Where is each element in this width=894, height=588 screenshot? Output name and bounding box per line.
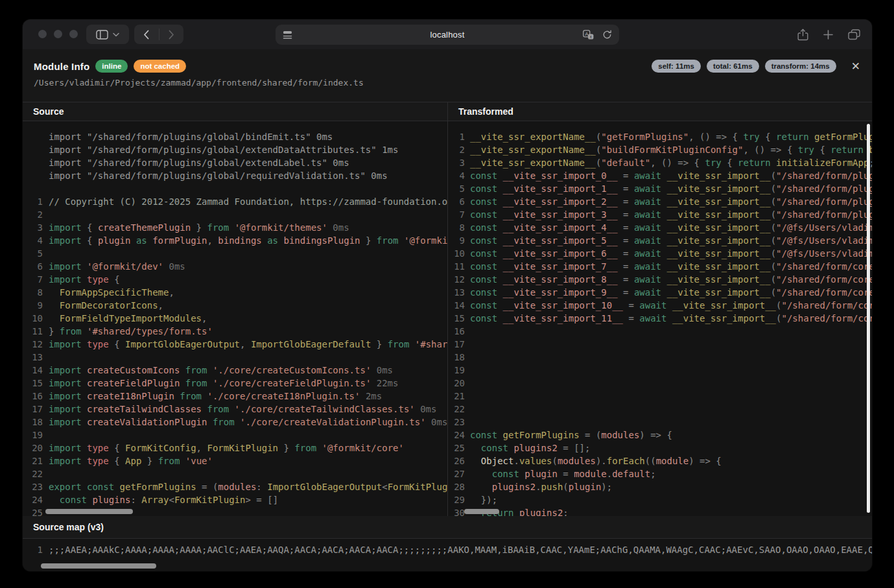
source-panel: Source import "/shared/form/plugins/glob…: [23, 102, 448, 516]
reload-icon[interactable]: [602, 30, 612, 40]
chevron-down-icon: [113, 32, 119, 37]
titlebar-right-buttons: [797, 25, 860, 44]
sidebar-toggle-button[interactable]: [86, 25, 129, 44]
traffic-light-close[interactable]: [38, 30, 47, 38]
page-format-icon[interactable]: [283, 30, 292, 39]
share-button[interactable]: [797, 29, 808, 41]
transformed-horizontal-scrollbar[interactable]: [464, 509, 499, 514]
desktop-background: localhost Ax: [0, 0, 894, 588]
forward-button[interactable]: [159, 25, 184, 44]
source-panel-title: Source: [23, 102, 447, 121]
browser-titlebar: localhost Ax: [23, 19, 872, 49]
badge-not-cached: not cached: [134, 60, 186, 73]
svg-text:x: x: [590, 34, 593, 39]
new-tab-button[interactable]: [823, 30, 833, 40]
timing-self: self: 11ms: [652, 60, 701, 73]
code-panels: Source import "/shared/form/plugins/glob…: [23, 102, 872, 517]
timing-total: total: 61ms: [707, 60, 759, 73]
browser-window: localhost Ax: [23, 19, 872, 571]
page-title: Module Info: [34, 61, 89, 72]
address-bar[interactable]: localhost Ax: [276, 25, 619, 45]
traffic-light-minimize[interactable]: [54, 30, 62, 38]
module-file-path: /Users/vladimir/Projects/zammad/app/fron…: [23, 73, 872, 88]
transformed-code: 1__vite_ssr_exportName__("getFormPlugins…: [448, 121, 872, 516]
back-button[interactable]: [134, 25, 159, 44]
sourcemap-section: Source map (v3) 1;;;AAEA;AAAkC;AAAA;AAAA…: [23, 516, 872, 571]
tab-overview-button[interactable]: [848, 29, 860, 40]
timing-transform: transform: 14ms: [765, 60, 836, 73]
transformed-panel: Transformed 1__vite_ssr_exportName__("ge…: [448, 102, 872, 516]
translate-icon[interactable]: Ax: [583, 30, 594, 40]
traffic-light-zoom[interactable]: [69, 30, 78, 38]
back-icon: [143, 30, 149, 40]
source-code: import "/shared/form/plugins/global/bind…: [23, 121, 447, 516]
plus-icon: [823, 30, 833, 40]
forward-icon: [169, 30, 174, 40]
sidebar-icon: [96, 30, 108, 40]
source-horizontal-scrollbar[interactable]: [45, 509, 133, 514]
nav-buttons: [134, 25, 183, 44]
badge-inline: inline: [95, 60, 128, 73]
traffic-lights: [38, 30, 78, 38]
url-text[interactable]: localhost: [276, 30, 619, 40]
sourcemap-title: Source map (v3): [23, 516, 872, 539]
transformed-panel-title: Transformed: [448, 102, 872, 121]
transformed-vertical-scrollbar[interactable]: [867, 124, 870, 513]
share-icon: [797, 29, 808, 41]
tabs-overview-icon: [848, 29, 860, 40]
close-icon[interactable]: ✕: [851, 61, 860, 72]
sourcemap-horizontal-scrollbar[interactable]: [41, 563, 156, 569]
module-info-header: Module Info inline not cached self: 11ms…: [23, 49, 872, 102]
